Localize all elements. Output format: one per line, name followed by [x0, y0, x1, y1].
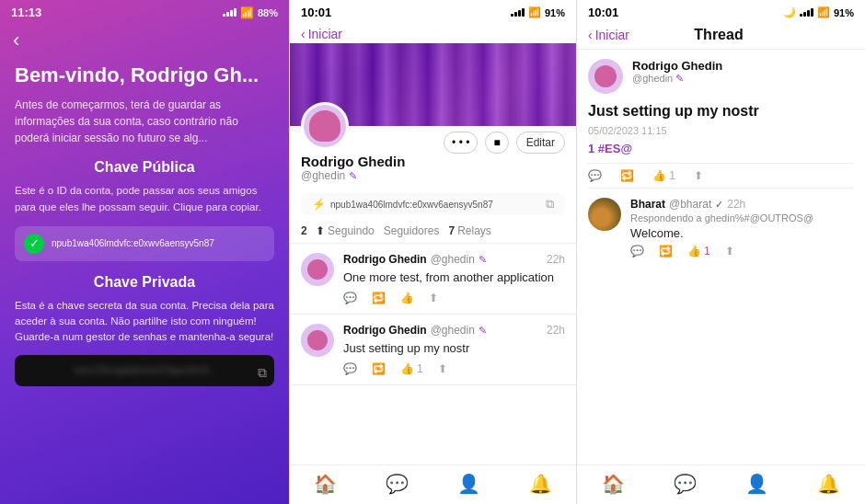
post-text-2: Just setting up my nostr	[343, 340, 565, 357]
pubkey-text: npub1wa406lmdvfc:e0xwv6aensyv5n87	[330, 200, 541, 210]
back-text-p3[interactable]: ‹ Iniciar	[588, 28, 629, 42]
following-icon: ⬆	[316, 224, 325, 237]
share-action-1[interactable]: ⬆	[429, 292, 438, 304]
repost-action-1[interactable]: 🔁	[372, 292, 386, 304]
repost-action-2[interactable]: 🔁	[372, 362, 386, 375]
thread-op-info: Rodrigo Ghedin @ghedin ✎	[632, 59, 854, 94]
public-key-desc: Este é o ID da conta, pode passar aos se…	[15, 183, 274, 215]
bell-nav-p3[interactable]: 🔔	[817, 473, 840, 495]
back-nav-p2[interactable]: ‹ Iniciar	[290, 23, 576, 43]
reply-action-2[interactable]: 💬	[343, 362, 357, 375]
intro-desc: Antes de começarmos, terá de guardar as …	[15, 97, 274, 146]
thread-title: Thread	[694, 27, 743, 43]
signal-icon-p2	[511, 7, 525, 18]
verified-icon-post2: ✎	[479, 325, 487, 337]
op-date: 05/02/2023 11:15	[588, 125, 854, 136]
time-p3: 10:01	[588, 6, 618, 19]
more-options-button[interactable]: • • •	[444, 132, 478, 154]
following-label	[310, 224, 313, 237]
profile-name: Rodrigo Ghedin	[301, 154, 565, 169]
wifi-icon-p3: 📶	[817, 6, 830, 18]
reply-action-1[interactable]: 💬	[343, 292, 357, 304]
op-reply-action[interactable]: 💬	[588, 169, 602, 182]
check-icon: ✓	[24, 234, 44, 254]
battery-p3: 91%	[834, 7, 854, 18]
status-bar-p3: 10:01 🌙 📶 91%	[577, 0, 865, 23]
reply-reply-action[interactable]: 💬	[630, 245, 644, 258]
reply-avatar-img	[588, 198, 621, 231]
profile-nav-p3[interactable]: 👤	[745, 473, 768, 495]
profile-avatar	[301, 102, 349, 150]
avatar-fig-1	[307, 259, 328, 280]
reply-text: Welcome.	[630, 226, 854, 240]
status-bar-p1: 11:13 📶 88%	[0, 0, 289, 23]
bell-nav-p2[interactable]: 🔔	[529, 473, 552, 495]
home-nav-p3[interactable]: 🏠	[602, 473, 625, 495]
reply-like-action[interactable]: 👍 1	[687, 245, 710, 258]
status-bar-p2: 10:01 📶 91%	[290, 0, 576, 23]
battery-p1: 88%	[258, 7, 278, 18]
bottom-nav-p2: 🏠 💬 👤 🔔	[290, 464, 576, 504]
op-repost-action[interactable]: 🔁	[620, 169, 634, 182]
avatar-fig-2	[307, 330, 328, 350]
post-actions-2: 💬 🔁 👍 1 ⬆	[343, 362, 565, 375]
private-key-title: Chave Privada	[15, 274, 274, 291]
status-icons-p3: 🌙 📶 91%	[783, 6, 854, 18]
signal-icon-p1	[223, 7, 236, 18]
op-actions: 💬 🔁 👍 1 ⬆	[588, 163, 854, 189]
bottom-nav-p3: 🏠 💬 👤 🔔	[577, 464, 865, 504]
op-avatar-fig	[594, 65, 617, 87]
op-verified-icon: ✎	[675, 73, 684, 84]
post-content-2: Rodrigo Ghedin @ghedin ✎ 22h Just settin…	[343, 324, 565, 375]
op-hashtag: 1 #ES@	[588, 142, 854, 155]
chat-nav-p3[interactable]: 💬	[674, 473, 697, 495]
op-name: Rodrigo Ghedin	[632, 59, 854, 73]
time-p1: 11:13	[11, 6, 41, 19]
private-key-value: nsec155csgq0plm4u37lgpzu8m8...	[74, 364, 216, 377]
relays-stat: 7 Relays	[448, 224, 490, 237]
copy-icon[interactable]: ⧉	[258, 365, 267, 381]
profile-feed: Rodrigo Ghedin @ghedin ✎ 22h One more te…	[290, 244, 576, 464]
following-stat: 2 ⬆ Seguindo	[301, 224, 375, 237]
profile-nav-p2[interactable]: 👤	[457, 473, 480, 495]
reply-header: Bharat @bharat ✓ 22h	[630, 198, 854, 211]
reply-verified-icon: ✓	[715, 199, 723, 211]
private-key-box[interactable]: nsec155csgq0plm4u37lgpzu8m8... ⧉	[15, 355, 274, 386]
moon-icon-p3: 🌙	[783, 6, 796, 18]
reply-share-action[interactable]: ⬆	[725, 245, 734, 258]
private-key-desc: Esta é a chave secreta da sua conta. Pre…	[15, 298, 274, 346]
reply-actions: 💬 🔁 👍 1 ⬆	[630, 245, 854, 258]
back-arrow-p2: ‹	[301, 27, 306, 41]
thread-op: Rodrigo Ghedin @ghedin ✎	[588, 59, 854, 94]
post-header-2: Rodrigo Ghedin @ghedin ✎ 22h	[343, 324, 565, 337]
back-text-p2: ‹ Iniciar	[301, 27, 342, 41]
status-icons-p1: 📶 88%	[223, 6, 278, 19]
post-avatar-2	[301, 324, 334, 357]
share-action-2[interactable]: ⬆	[438, 362, 447, 375]
reply-repost-action[interactable]: 🔁	[659, 245, 673, 258]
lightning-icon: ⚡	[312, 198, 326, 211]
copy-pubkey-icon[interactable]: ⧉	[546, 197, 554, 212]
back-button-p1[interactable]: ‹	[0, 23, 289, 54]
like-action-1[interactable]: 👍	[400, 292, 414, 304]
edit-button[interactable]: Editar	[516, 132, 565, 154]
public-key-box[interactable]: ✓ npub1wa406lmdvfc:e0xwv6aensyv5n87	[15, 226, 274, 261]
wifi-icon-p1: 📶	[240, 6, 254, 19]
op-share-action[interactable]: ⬆	[694, 169, 703, 182]
post-item-2: Rodrigo Ghedin @ghedin ✎ 22h Just settin…	[290, 315, 576, 385]
time-p2: 10:01	[301, 6, 331, 19]
stop-button[interactable]: ■	[485, 132, 508, 154]
chat-nav-p2[interactable]: 💬	[386, 473, 409, 495]
home-nav-p2[interactable]: 🏠	[314, 473, 337, 495]
post-avatar-1	[301, 253, 334, 286]
op-handle: @ghedin ✎	[632, 73, 854, 85]
post-header-1: Rodrigo Ghedin @ghedin ✎ 22h	[343, 253, 565, 266]
wifi-icon-p2: 📶	[528, 6, 541, 18]
battery-p2: 91%	[545, 7, 565, 18]
back-arrow-p3: ‹	[588, 28, 593, 42]
welcome-title: Bem-vindo, Rodrigo Gh...	[15, 63, 274, 87]
like-action-2[interactable]: 👍 1	[400, 362, 423, 375]
verified-icon: ✎	[349, 170, 357, 182]
welcome-content: Bem-vindo, Rodrigo Gh... Antes de começa…	[0, 54, 289, 504]
op-like-action[interactable]: 👍 1	[652, 169, 675, 182]
